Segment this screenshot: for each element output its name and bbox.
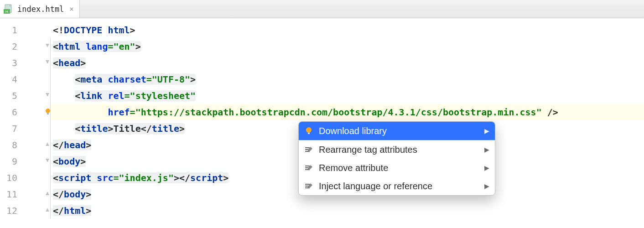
line-number: 4 xyxy=(0,71,22,88)
line-number: 1 xyxy=(0,22,22,38)
menu-item-label: Inject language or reference xyxy=(319,181,432,192)
fold-toggle-icon[interactable] xyxy=(44,205,51,216)
fold-toggle-icon[interactable] xyxy=(44,156,51,167)
code-line[interactable]: </html> xyxy=(51,202,644,219)
code-line[interactable]: <link rel="stylesheet" xyxy=(51,88,644,104)
svg-point-3 xyxy=(46,109,50,113)
menu-item-label: Rearrange tag attributes xyxy=(319,145,417,155)
svg-rect-4 xyxy=(47,113,49,114)
line-number: 10 xyxy=(0,170,22,186)
code-line[interactable]: <meta charset="UTF-8"> xyxy=(51,71,644,88)
file-tab[interactable]: H index.html × xyxy=(0,0,80,18)
menu-item-label: Download library xyxy=(319,126,387,136)
submenu-arrow-icon: ▶ xyxy=(484,127,489,135)
tab-filename: index.html xyxy=(17,5,64,14)
svg-point-5 xyxy=(306,127,312,133)
line-number: 3 xyxy=(0,55,22,71)
submenu-arrow-icon: ▶ xyxy=(484,182,489,190)
fold-column xyxy=(22,18,51,228)
edit-icon xyxy=(304,163,313,172)
tab-bar: H index.html × xyxy=(0,0,644,18)
edit-icon xyxy=(304,181,313,191)
line-number: 7 xyxy=(0,120,22,137)
menu-item-label: Remove attribute xyxy=(319,163,388,173)
menu-item-inject-language[interactable]: Inject language or reference ▶ xyxy=(299,177,495,195)
fold-toggle-icon[interactable] xyxy=(44,140,51,150)
line-number: 9 xyxy=(0,153,22,170)
html-file-icon: H xyxy=(4,4,14,14)
line-number: 11 xyxy=(0,186,22,202)
code-line[interactable]: <head> xyxy=(51,55,644,71)
code-line-active[interactable]: href="https://stackpath.bootstrapcdn.com… xyxy=(51,104,644,120)
submenu-arrow-icon: ▶ xyxy=(484,146,489,153)
line-number: 2 xyxy=(0,38,22,55)
line-number: 6 xyxy=(0,104,22,120)
menu-item-remove-attribute[interactable]: Remove attribute ▶ xyxy=(299,159,495,177)
fold-toggle-icon[interactable] xyxy=(44,189,51,200)
line-number: 8 xyxy=(0,137,22,153)
svg-rect-6 xyxy=(308,133,310,134)
close-tab-icon[interactable]: × xyxy=(69,5,74,13)
edit-icon xyxy=(304,145,313,154)
code-line[interactable]: <!DOCTYPE html> xyxy=(51,22,644,38)
svg-text:H: H xyxy=(5,10,8,14)
menu-item-rearrange-attributes[interactable]: Rearrange tag attributes ▶ xyxy=(299,140,495,159)
bulb-icon xyxy=(304,126,313,135)
menu-item-download-library[interactable]: Download library ▶ xyxy=(299,122,495,140)
fold-toggle-icon[interactable] xyxy=(44,41,51,52)
line-number: 12 xyxy=(0,202,22,219)
fold-toggle-icon[interactable] xyxy=(44,57,51,68)
fold-toggle-icon[interactable] xyxy=(44,90,51,101)
submenu-arrow-icon: ▶ xyxy=(484,164,489,171)
code-line[interactable]: <html lang="en"> xyxy=(51,38,644,55)
line-number-gutter: 1 2 3 4 5 6 7 8 9 10 11 12 xyxy=(0,18,22,228)
intention-actions-menu: Download library ▶ Rearrange tag attribu… xyxy=(298,121,495,196)
line-number: 5 xyxy=(0,88,22,104)
